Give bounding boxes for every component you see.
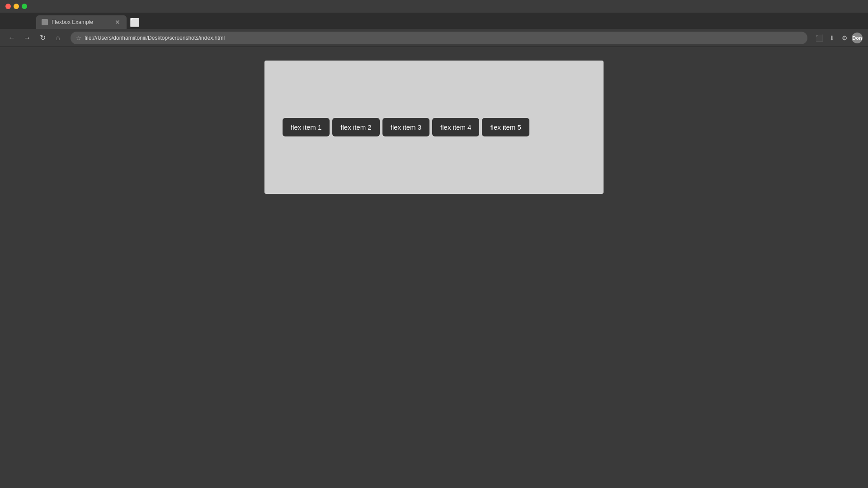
browser-chrome: Flexbox Example ✕ ⬜ ← → ↻ ⌂ ☆ file:///Us…	[0, 0, 868, 47]
forward-button[interactable]: →	[21, 32, 33, 44]
home-button[interactable]: ⌂	[52, 32, 64, 44]
flex-item-4: flex item 4	[432, 118, 479, 136]
tab-favicon	[42, 19, 48, 25]
maximize-button[interactable]	[22, 4, 27, 9]
minimize-button[interactable]	[14, 4, 19, 9]
user-avatar[interactable]: Don	[852, 33, 863, 43]
downloads-icon[interactable]: ⬇	[826, 33, 837, 43]
active-tab[interactable]: Flexbox Example ✕	[36, 15, 127, 29]
flex-item-1: flex item 1	[283, 118, 330, 136]
settings-icon[interactable]: ⚙	[839, 33, 850, 43]
toolbar-icons: ⬛ ⬇ ⚙ Don	[814, 33, 863, 43]
extensions-icon[interactable]: ⬛	[814, 33, 825, 43]
flex-item-3: flex item 3	[382, 118, 429, 136]
tab-close-button[interactable]: ✕	[114, 19, 121, 26]
flex-item-2: flex item 2	[332, 118, 379, 136]
flex-container: flex item 1 flex item 2 flex item 3 flex…	[264, 61, 604, 194]
page-content: flex item 1 flex item 2 flex item 3 flex…	[0, 47, 868, 488]
flex-item-5: flex item 5	[482, 118, 529, 136]
new-tab-button[interactable]: ⬜	[128, 16, 141, 29]
address-text: file:///Users/donhamiitoniii/Desktop/scr…	[85, 35, 802, 41]
lock-icon: ☆	[76, 34, 82, 42]
toolbar: ← → ↻ ⌂ ☆ file:///Users/donhamiitoniii/D…	[0, 29, 868, 47]
traffic-lights	[5, 4, 27, 9]
reload-button[interactable]: ↻	[36, 32, 49, 44]
back-button[interactable]: ←	[5, 32, 18, 44]
title-bar	[0, 0, 868, 13]
tab-title: Flexbox Example	[52, 19, 110, 25]
close-button[interactable]	[5, 4, 11, 9]
address-bar[interactable]: ☆ file:///Users/donhamiitoniii/Desktop/s…	[71, 32, 807, 44]
tab-bar: Flexbox Example ✕ ⬜	[0, 13, 868, 29]
